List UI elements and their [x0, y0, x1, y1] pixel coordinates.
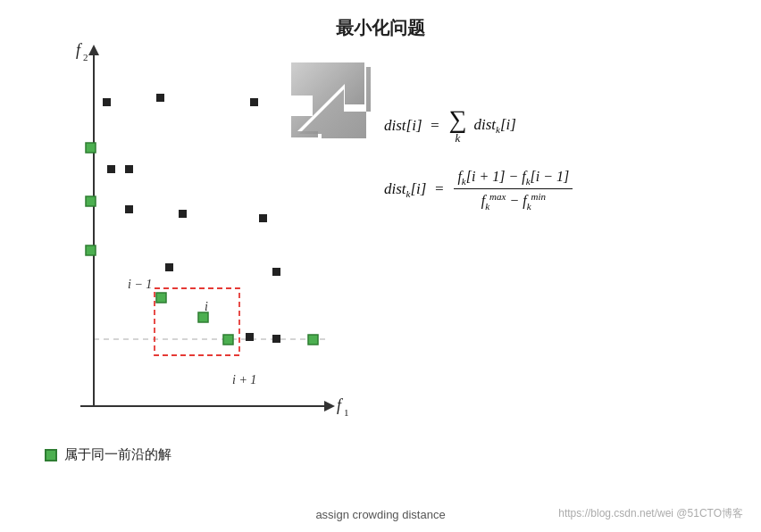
svg-rect-19: [125, 205, 133, 213]
formula-area: dist[i] = ∑ k distk[i] distk[i] = fk[i +…: [384, 107, 741, 229]
svg-text:i + 1: i + 1: [232, 373, 256, 387]
formula2: distk[i] = fk[i + 1] − fk[i − 1] fkmax −…: [384, 169, 741, 212]
legend-text: 属于同一前沿的解: [64, 446, 171, 463]
svg-rect-23: [272, 268, 280, 276]
svg-rect-29: [156, 293, 166, 303]
sigma-k: ∑ k: [449, 107, 467, 144]
page-container: 最小化问题: [0, 0, 761, 532]
svg-rect-25: [246, 333, 254, 341]
svg-rect-31: [223, 335, 233, 345]
legend: 属于同一前沿的解: [45, 446, 171, 463]
svg-text:i: i: [205, 300, 208, 313]
svg-rect-32: [308, 335, 318, 345]
svg-rect-18: [125, 165, 133, 173]
legend-square-icon: [45, 449, 57, 461]
svg-rect-14: [103, 98, 111, 106]
svg-text:f: f: [76, 41, 83, 59]
formula1: dist[i] = ∑ k distk[i]: [384, 107, 741, 144]
dist-i-label: dist[i] =: [384, 117, 440, 135]
svg-rect-26: [86, 143, 96, 153]
svg-rect-30: [198, 312, 208, 322]
caption-text: assign crowding distance: [315, 508, 445, 521]
svg-rect-17: [107, 165, 115, 173]
svg-rect-28: [86, 245, 96, 255]
svg-text:i − 1: i − 1: [128, 278, 152, 291]
svg-rect-20: [179, 210, 187, 218]
svg-text:2: 2: [83, 52, 88, 62]
chart-svg: f 2 f 1 i − 1 i i + 1: [22, 36, 353, 437]
svg-marker-8: [88, 45, 99, 55]
svg-rect-22: [165, 263, 173, 271]
denominator: fkmax − fkmin: [478, 189, 549, 212]
dist-k-i-label: distk[i]: [473, 116, 515, 135]
svg-text:f: f: [337, 396, 344, 414]
watermark-text: https://blog.csdn.net/wei @51CTO博客: [558, 507, 743, 520]
svg-rect-21: [259, 214, 267, 222]
fraction: fk[i + 1] − fk[i − 1] fkmax − fkmin: [454, 169, 573, 212]
svg-text:1: 1: [344, 407, 349, 418]
numerator: fk[i + 1] − fk[i − 1]: [454, 169, 573, 189]
svg-marker-9: [324, 401, 335, 411]
svg-rect-16: [250, 98, 258, 106]
svg-rect-24: [272, 335, 280, 343]
svg-rect-27: [86, 196, 96, 206]
watermark: https://blog.csdn.net/wei @51CTO博客: [558, 506, 743, 521]
svg-rect-15: [156, 94, 164, 102]
dist-k-i-label2: distk[i] =: [384, 180, 444, 199]
